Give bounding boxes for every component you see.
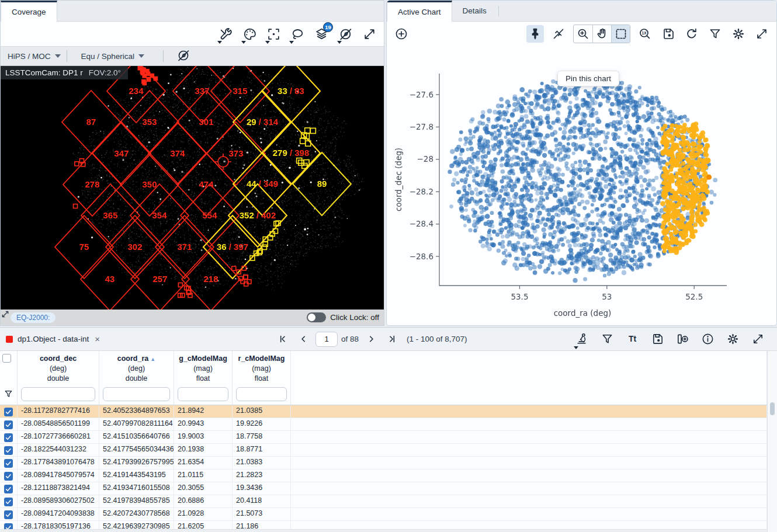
tile-number-label: 301 — [199, 117, 213, 127]
table-row[interactable]: -28.08941720409383852.4207243077856821.0… — [0, 508, 767, 521]
box-select-button[interactable] — [611, 25, 630, 43]
sky-image[interactable]: 23433731533 / 838735330129 / 31434737437… — [1, 66, 384, 325]
select-region-icon — [290, 27, 305, 41]
y-tick-label: −28 — [417, 154, 434, 164]
tab-coverage[interactable]: Coverage — [1, 1, 57, 22]
tile-number-label: 352 / 402 — [240, 210, 276, 220]
table-row[interactable]: -28.1072773666028152.4151035664076619.90… — [0, 431, 767, 444]
row-checkbox[interactable] — [4, 498, 13, 506]
expand-button[interactable] — [360, 25, 378, 43]
chevron-first-icon — [278, 334, 287, 344]
save-button[interactable] — [648, 331, 666, 348]
pin-button[interactable] — [526, 25, 544, 43]
projection-dropdown[interactable]: Equ / Spherical — [81, 52, 145, 61]
microscope-button[interactable] — [573, 331, 591, 348]
table-cell: -28.177843891076478 — [18, 457, 99, 469]
click-lock-toggle[interactable] — [307, 312, 326, 322]
text-button[interactable]: Tt — [623, 331, 641, 348]
detection-marker — [150, 74, 154, 78]
column-header-coord_dec[interactable]: coord_dec(deg)double — [18, 351, 99, 385]
expand-button[interactable] — [749, 331, 766, 348]
gear-button[interactable] — [730, 25, 747, 43]
chart-axes: −27.6−27.8−28−28.2−28.4−28.653.55352.5co… — [387, 46, 776, 325]
select-all-checkbox[interactable] — [2, 354, 11, 363]
zoom-1x-button[interactable]: 1X — [636, 25, 654, 43]
last-page-button[interactable] — [383, 331, 401, 348]
table-tab[interactable]: dp1.Object - data-int × — [6, 334, 100, 344]
column-header-r_cModelMag[interactable]: r_cModelMag(mag)float — [233, 351, 291, 385]
y-tick-label: −28.2 — [410, 187, 433, 196]
row-checkbox[interactable] — [4, 485, 13, 493]
refresh-button[interactable] — [683, 25, 700, 43]
axes-off-icon — [551, 27, 566, 41]
filter-button[interactable] — [706, 25, 724, 43]
row-checkbox[interactable] — [4, 420, 13, 429]
palette-icon — [242, 27, 257, 41]
page-input[interactable] — [315, 332, 338, 347]
select-region-button[interactable] — [289, 25, 306, 43]
save-icon — [661, 27, 675, 41]
expand-icon — [751, 332, 765, 346]
prev-page-button[interactable] — [294, 331, 312, 348]
row-checkbox[interactable] — [4, 446, 13, 455]
row-checkbox[interactable] — [4, 408, 13, 416]
detection-marker — [147, 78, 150, 81]
save-button[interactable] — [660, 25, 677, 43]
next-page-button[interactable] — [362, 331, 380, 348]
gear-button[interactable] — [724, 331, 741, 348]
check-icon — [5, 499, 12, 505]
palette-button[interactable] — [241, 25, 258, 43]
filter-input-coord_dec[interactable] — [21, 387, 95, 401]
table-cell: 20.6886 — [174, 495, 233, 507]
table-row[interactable]: -28.08958930602750252.4197839485578520.6… — [0, 495, 767, 508]
x-tick-label: 53 — [602, 292, 612, 301]
detection-marker — [143, 74, 146, 78]
filter-input-g_cModelMag[interactable] — [178, 387, 228, 401]
layers-button[interactable]: 19 — [313, 25, 330, 43]
tools-button[interactable] — [217, 25, 234, 43]
table-scrollbar[interactable] — [767, 351, 777, 532]
compass-off-icon[interactable] — [176, 48, 190, 64]
pan-hand-button[interactable] — [592, 25, 611, 43]
filter-icon — [708, 27, 722, 41]
row-checkbox[interactable] — [4, 472, 13, 481]
table-cell: -28.089417845079574 — [18, 470, 99, 482]
first-page-button[interactable] — [273, 331, 291, 348]
hips-moc-dropdown[interactable]: HiPS / MOC — [8, 52, 61, 61]
close-icon[interactable]: × — [95, 334, 100, 344]
add-chart-button[interactable] — [393, 25, 410, 43]
table-cell-filler — [291, 470, 767, 482]
add-column-button[interactable] — [674, 331, 691, 348]
filter-toggle[interactable] — [0, 385, 18, 405]
column-header-g_cModelMag[interactable]: g_cModelMag(mag)float — [174, 351, 233, 385]
table-row[interactable]: -28.1172878277741652.4052336489765321.89… — [0, 405, 767, 418]
chart-panel: Active Chart Details 1X −27.6−27.8−28−28… — [386, 0, 777, 326]
table-row[interactable]: -28.17784389107647852.41793992675799521.… — [0, 457, 767, 470]
scrollbar-thumb[interactable] — [770, 402, 775, 415]
recenter-button[interactable] — [265, 25, 282, 43]
expand-button[interactable] — [753, 25, 771, 43]
tab-details[interactable]: Details — [452, 1, 497, 21]
fov-label: FOV:2.0° — [89, 68, 121, 77]
table-cell: 18.8771 — [233, 444, 291, 456]
row-checkbox[interactable] — [4, 433, 13, 442]
row-checkbox[interactable] — [4, 510, 13, 519]
axes-off-button[interactable] — [550, 25, 567, 43]
column-header-coord_ra[interactable]: coord_ra▲(deg)double — [99, 351, 174, 385]
table-cell: 52.42072430778568 — [99, 508, 174, 520]
info-button[interactable] — [699, 331, 716, 348]
add-column-icon — [676, 332, 689, 346]
row-checkbox[interactable] — [4, 459, 13, 468]
filter-input-coord_ra[interactable] — [103, 387, 170, 401]
chart-region[interactable]: −27.6−27.8−28−28.2−28.4−28.653.55352.5co… — [387, 46, 776, 325]
zoom-in-button[interactable] — [574, 25, 592, 43]
table-row[interactable]: -28.0854885650119952.40799708281116420.9… — [0, 418, 767, 431]
table-row[interactable]: -28.1211887382149452.4193471601550820.30… — [0, 482, 767, 495]
table-row[interactable]: -28.182254403123252.41775456503443620.19… — [0, 444, 767, 457]
table-row[interactable]: -28.08941784507957452.419144354319521.01… — [0, 470, 767, 482]
coverage-toolbar: 19 — [1, 22, 384, 46]
tab-active-chart[interactable]: Active Chart — [387, 1, 452, 22]
compass-off-button[interactable] — [337, 25, 354, 43]
filter-button[interactable] — [598, 331, 616, 348]
filter-input-r_cModelMag[interactable] — [236, 387, 287, 401]
